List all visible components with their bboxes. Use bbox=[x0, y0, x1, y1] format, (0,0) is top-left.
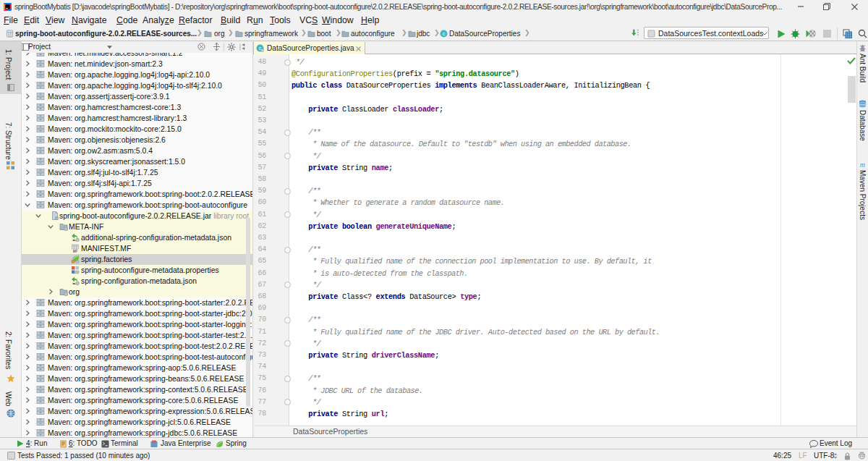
svg-text:m: m bbox=[860, 161, 865, 169]
svg-text:c: c bbox=[443, 30, 446, 37]
svg-text:MF: MF bbox=[73, 250, 78, 253]
